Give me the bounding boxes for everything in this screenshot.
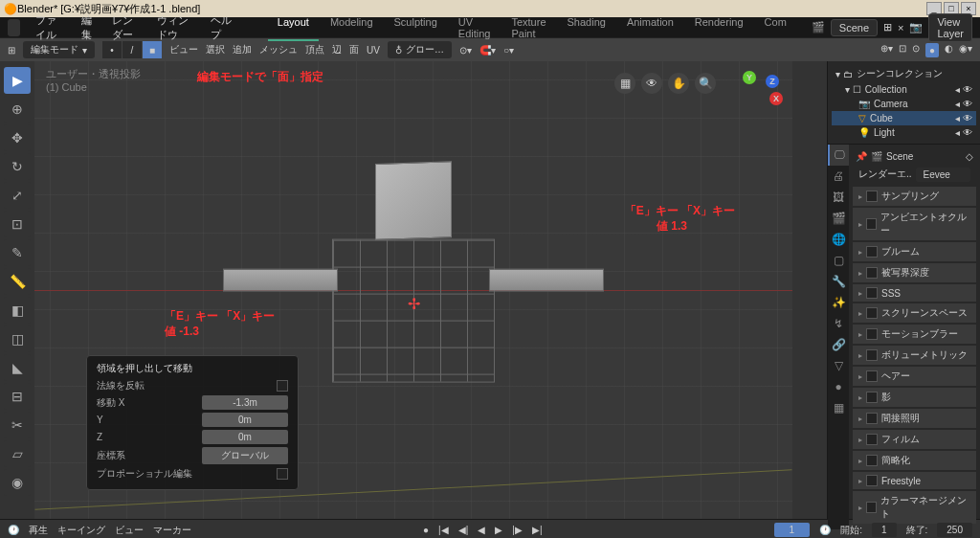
panel-SSS[interactable]: SSS — [853, 284, 976, 302]
header-view[interactable]: ビュー — [169, 43, 198, 56]
panel-間接照明[interactable]: 間接照明 — [853, 409, 976, 428]
axis-x-icon[interactable]: X — [769, 92, 783, 105]
scene-name[interactable]: Scene — [886, 151, 913, 162]
panel-checkbox[interactable] — [866, 246, 878, 258]
tab-scene-icon[interactable]: 🎬 — [828, 208, 849, 229]
header-edge[interactable]: 辺 — [332, 43, 342, 56]
panel-checkbox[interactable] — [866, 218, 877, 230]
panel-スクリーンスペース[interactable]: スクリーンスペース — [853, 303, 976, 323]
timeline-editor-icon[interactable]: 🕐 — [8, 525, 19, 535]
header-mesh[interactable]: メッシュ — [259, 43, 298, 56]
knife-tool[interactable]: ✂ — [4, 412, 31, 438]
tab-render-icon[interactable]: 🖵 — [828, 145, 849, 166]
tab-animation[interactable]: Animation — [617, 14, 683, 41]
pin-icon[interactable]: 📌 — [856, 151, 867, 162]
3d-viewport[interactable]: ユーザー・透視投影 (1) Cube 編集モードで「面」指定 「E」キー 「X」… — [34, 61, 792, 519]
navigation-gizmo[interactable]: X Y Z — [725, 71, 783, 128]
tab-rendering[interactable]: Rendering — [685, 14, 753, 41]
shading-solid[interactable]: ● — [925, 43, 939, 57]
operator-panel[interactable]: 領域を押し出して移動 法線を反転 移動 X-1.3m Y0m Z0m 座標系グロ… — [86, 355, 299, 490]
loopcut-tool[interactable]: ⊟ — [4, 383, 31, 410]
panel-サンプリング[interactable]: サンプリング — [853, 187, 976, 206]
play-reverse-button[interactable]: ◀ — [474, 525, 489, 535]
next-key-button[interactable]: |▶ — [508, 525, 526, 535]
measure-tool[interactable]: 📏 — [4, 268, 31, 295]
shading-lookdev[interactable]: ◐ — [945, 43, 953, 57]
tab-shading[interactable]: Shading — [558, 14, 615, 41]
scale-tool[interactable]: ⤢ — [4, 182, 31, 209]
proportional-toggle[interactable]: ○▾ — [503, 45, 514, 56]
inset-tool[interactable]: ◫ — [4, 325, 31, 352]
mode-dropdown[interactable]: 編集モード ▾ — [23, 41, 95, 58]
outliner[interactable]: ▾ 🗀シーンコレクション ▾ ☐Collection◂ 👁 📷Camera◂ 👁… — [828, 61, 980, 145]
panel-checkbox[interactable] — [866, 287, 878, 299]
face-select-mode[interactable]: ■ — [143, 41, 162, 58]
sync-icon[interactable]: 🕐 — [819, 525, 831, 535]
tab-output-icon[interactable]: 🖨 — [828, 166, 849, 187]
editor-type-icon[interactable]: ⊞ — [8, 45, 15, 56]
tab-com[interactable]: Com — [755, 14, 796, 41]
tab-world-icon[interactable]: 🌐 — [828, 229, 849, 250]
panel-checkbox[interactable] — [866, 349, 878, 361]
panel-checkbox[interactable] — [866, 307, 878, 319]
tab-texture-icon[interactable]: ▦ — [828, 397, 849, 418]
move-x-field[interactable]: -1.3m — [202, 395, 288, 410]
render-engine-dropdown[interactable]: Eevee — [916, 168, 970, 182]
header-add[interactable]: 追加 — [233, 43, 252, 56]
view-pan-icon[interactable]: ✋ — [668, 73, 689, 94]
panel-簡略化[interactable]: 簡略化 — [853, 451, 976, 470]
tab-constraints-icon[interactable]: 🔗 — [828, 334, 849, 355]
tab-material-icon[interactable]: ● — [828, 376, 849, 397]
timeline-keying[interactable]: キーイング — [57, 524, 105, 537]
view-camera-icon[interactable]: ▦ — [614, 73, 635, 94]
panel-checkbox[interactable] — [866, 392, 878, 403]
shading-wireframe[interactable]: ⊙ — [912, 43, 920, 57]
header-face[interactable]: 面 — [349, 43, 359, 56]
menu-help[interactable]: ヘルプ — [211, 13, 234, 42]
panel-アンビエントオクルー[interactable]: アンビエントオクルー — [853, 208, 976, 240]
tab-modeling[interactable]: Modeling — [321, 14, 383, 41]
panel-ブルーム[interactable]: ブルーム — [853, 242, 976, 261]
tab-texpaint[interactable]: Texture Paint — [501, 14, 555, 41]
new-scene-button[interactable]: ⊞ — [883, 21, 892, 34]
keyframe-icon[interactable]: ◇ — [966, 151, 973, 162]
edge-select-mode[interactable]: / — [122, 41, 142, 58]
tab-particles-icon[interactable]: ✨ — [828, 292, 849, 313]
panel-フィルム[interactable]: フィルム — [853, 430, 976, 449]
tab-physics-icon[interactable]: ↯ — [828, 313, 849, 334]
prev-key-button[interactable]: ◀| — [455, 525, 473, 535]
xray-toggle[interactable]: ⊡ — [899, 43, 906, 57]
panel-checkbox[interactable] — [866, 328, 878, 340]
tab-mesh-icon[interactable]: ▽ — [828, 355, 849, 376]
menu-render[interactable]: レンダー — [112, 13, 143, 42]
play-button[interactable]: ▶ — [491, 525, 506, 535]
annotate-tool[interactable]: ✎ — [4, 239, 31, 266]
spin-tool[interactable]: ◉ — [4, 469, 31, 496]
extrude-tool[interactable]: ◧ — [4, 297, 31, 324]
snap-toggle[interactable]: 🧲▾ — [479, 45, 496, 56]
viewlayer-field[interactable]: View Layer — [928, 13, 972, 42]
panel-checkbox[interactable] — [866, 475, 878, 486]
panel-checkbox[interactable] — [866, 191, 878, 202]
panel-checkbox[interactable] — [866, 434, 878, 445]
prop-edit-checkbox[interactable] — [277, 468, 288, 480]
tab-layout[interactable]: Layout — [268, 14, 319, 41]
timeline-playback[interactable]: 再生 — [29, 524, 48, 537]
flip-normals-checkbox[interactable] — [277, 380, 288, 392]
jump-end-button[interactable]: ▶| — [528, 525, 546, 535]
tab-uv[interactable]: UV Editing — [449, 14, 501, 41]
move-y-field[interactable]: 0m — [202, 413, 288, 427]
shading-rendered[interactable]: ◉▾ — [959, 43, 972, 57]
panel-ボリューメトリック[interactable]: ボリューメトリック — [853, 346, 976, 365]
header-uv[interactable]: UV — [367, 45, 380, 56]
menu-file[interactable]: ファイル — [35, 13, 66, 42]
panel-ヘアー[interactable]: ヘアー — [853, 367, 976, 386]
move-tool[interactable]: ✥ — [4, 124, 31, 151]
tab-object-icon[interactable]: ▢ — [828, 250, 849, 271]
axis-z-icon[interactable]: Z — [766, 75, 779, 88]
axis-y-icon[interactable]: Y — [743, 71, 756, 84]
panel-被写界深度[interactable]: 被写界深度 — [853, 263, 976, 282]
panel-カラーマネージメント[interactable]: カラーマネージメント — [853, 491, 976, 524]
orientation-dropdown[interactable]: ♁ グロー… — [388, 41, 452, 58]
jump-start-button[interactable]: |◀ — [434, 525, 453, 535]
